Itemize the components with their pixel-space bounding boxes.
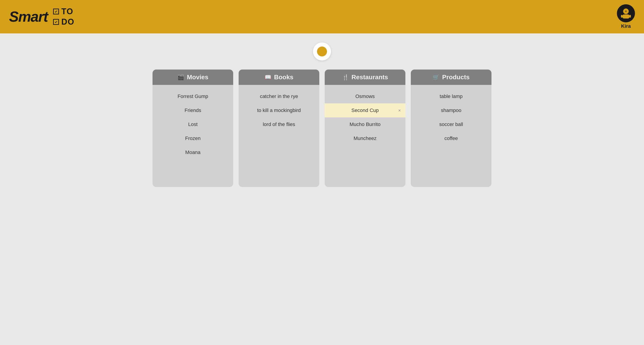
card-products: 🛒Productstable lampshampoosoccer ballcof…: [411, 69, 492, 187]
restaurants-title: Restaurants: [352, 74, 388, 81]
movies-icon: 🎬: [178, 74, 184, 80]
todo-checkbox-1[interactable]: ✔: [53, 8, 59, 14]
list-item-text: Friends: [184, 107, 201, 113]
app-header: Smart ✔ TO ✔ DO ✦: [0, 0, 644, 33]
svg-text:✦: ✦: [625, 10, 627, 13]
header-left: Smart ✔ TO ✔ DO: [9, 7, 74, 27]
products-icon: 🛒: [433, 74, 440, 80]
list-item-text: Osmows: [356, 93, 375, 99]
card-header-movies: 🎬Movies: [152, 69, 233, 85]
list-item[interactable]: Frozen: [152, 131, 233, 145]
card-movies: 🎬MoviesForrest GumpFriendsLostFrozenMoan…: [152, 69, 233, 187]
list-item[interactable]: table lamp: [411, 89, 492, 103]
card-body-products: table lampshampoosoccer ballcoffee: [411, 85, 492, 150]
todo-label-1: TO: [61, 7, 73, 16]
list-item[interactable]: Lost: [152, 117, 233, 131]
list-item-text: Moana: [185, 149, 200, 155]
orb-button[interactable]: [313, 42, 331, 60]
list-item-text: coffee: [444, 135, 458, 141]
card-body-restaurants: OsmowsSecond Cup×Mucho BurritoMuncheez: [325, 85, 406, 150]
user-name-label: Kira: [621, 23, 631, 29]
user-section: ✦ Kira: [617, 4, 635, 29]
books-icon: 📖: [264, 74, 272, 80]
list-item-text: Frozen: [185, 135, 200, 141]
todo-label-2: DO: [61, 17, 74, 27]
list-item[interactable]: shampoo: [411, 103, 492, 117]
list-item[interactable]: Osmows: [325, 89, 406, 103]
list-item-text: Second Cup: [352, 107, 379, 113]
card-books: 📖Bookscatcher in the ryeto kill a mockin…: [238, 69, 319, 187]
list-item-text: soccer ball: [439, 121, 463, 127]
list-item[interactable]: Mucho Burrito: [325, 117, 406, 131]
card-header-books: 📖Books: [238, 69, 319, 85]
list-item[interactable]: soccer ball: [411, 117, 492, 131]
main-content: 🎬MoviesForrest GumpFriendsLostFrozenMoan…: [0, 33, 644, 345]
list-item[interactable]: Friends: [152, 103, 233, 117]
svg-rect-4: [629, 15, 631, 17]
list-item-text: lord of the flies: [263, 121, 295, 127]
list-item[interactable]: Second Cup×: [325, 103, 406, 117]
app-logo: Smart: [9, 8, 48, 25]
list-item[interactable]: lord of the flies: [238, 117, 319, 131]
list-item-text: Muncheez: [354, 135, 377, 141]
svg-rect-2: [622, 14, 629, 18]
list-item[interactable]: coffee: [411, 131, 492, 145]
orb-inner: [317, 46, 327, 56]
movies-title: Movies: [187, 74, 208, 81]
restaurants-icon: 🍴: [342, 74, 349, 80]
close-icon[interactable]: ×: [398, 108, 401, 113]
list-item-text: Mucho Burrito: [350, 121, 380, 127]
list-item[interactable]: catcher in the rye: [238, 89, 319, 103]
card-restaurants: 🍴RestaurantsOsmowsSecond Cup×Mucho Burri…: [325, 69, 406, 187]
list-item-text: Forrest Gump: [178, 93, 208, 99]
products-title: Products: [442, 74, 470, 81]
list-item-text: table lamp: [440, 93, 463, 99]
list-item-text: to kill a mockingbird: [257, 107, 301, 113]
list-item[interactable]: Forrest Gump: [152, 89, 233, 103]
svg-rect-3: [621, 15, 622, 17]
todo-block: ✔ TO ✔ DO: [53, 7, 74, 27]
todo-row-1: ✔ TO: [53, 7, 74, 16]
card-header-products: 🛒Products: [411, 69, 492, 85]
todo-checkbox-2[interactable]: ✔: [53, 19, 59, 25]
cards-grid: 🎬MoviesForrest GumpFriendsLostFrozenMoan…: [152, 69, 492, 187]
orb-container: [7, 42, 637, 60]
books-title: Books: [274, 74, 294, 81]
card-body-books: catcher in the ryeto kill a mockingbirdl…: [238, 85, 319, 136]
card-body-movies: Forrest GumpFriendsLostFrozenMoana: [152, 85, 233, 164]
card-header-restaurants: 🍴Restaurants: [325, 69, 406, 85]
list-item[interactable]: Muncheez: [325, 131, 406, 145]
list-item[interactable]: to kill a mockingbird: [238, 103, 319, 117]
list-item-text: catcher in the rye: [260, 93, 298, 99]
list-item-text: shampoo: [441, 107, 462, 113]
avatar: ✦: [617, 4, 635, 22]
list-item[interactable]: Moana: [152, 145, 233, 159]
list-item-text: Lost: [188, 121, 198, 127]
todo-row-2: ✔ DO: [53, 17, 74, 27]
